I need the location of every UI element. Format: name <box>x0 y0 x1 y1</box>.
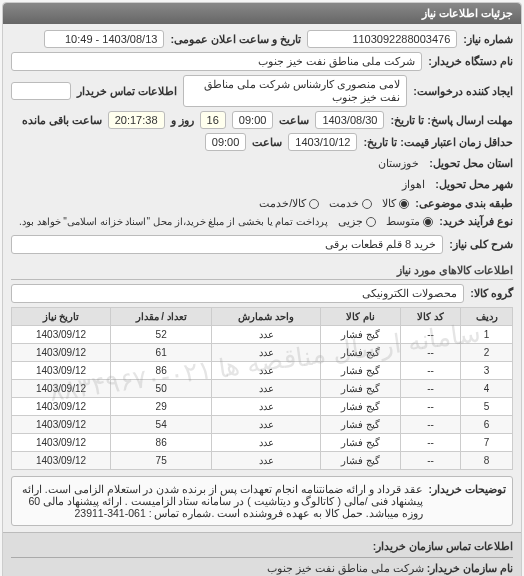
table-cell: 1403/09/12 <box>12 344 111 362</box>
contact-value <box>11 82 71 100</box>
table-cell: 3 <box>461 362 513 380</box>
process-option-label: جزیی <box>338 215 363 228</box>
table-header-cell: تاریخ نیاز <box>12 308 111 326</box>
contact-label: اطلاعات تماس خریدار <box>77 85 177 98</box>
table-cell: 1403/09/12 <box>12 416 111 434</box>
table-cell: -- <box>401 452 461 470</box>
deadline-send-date: 1403/08/30 <box>315 111 384 129</box>
table-cell: 86 <box>111 362 212 380</box>
table-cell: عدد <box>212 452 321 470</box>
process-label: نوع فرآیند خرید: <box>439 215 513 228</box>
deadline-send-time-label: ساعت <box>279 114 309 127</box>
items-table-wrap: سامانه ارسال مناقصه ها ۰۲۱-۸۸۳۴۹۶۷۰ ردیف… <box>11 307 513 470</box>
validity-date: 1403/10/12 <box>288 133 357 151</box>
req-no-value: 1103092288003476 <box>307 30 457 48</box>
table-row: 7--گیج فشارعدد861403/09/12 <box>12 434 513 452</box>
table-cell: گیج فشار <box>320 416 400 434</box>
radio-icon <box>309 199 319 209</box>
days-remaining: 16 <box>200 111 226 129</box>
footer-org: شرکت ملی مناطق نفت خیز جنوب <box>267 562 424 574</box>
table-cell: عدد <box>212 344 321 362</box>
table-cell: 5 <box>461 398 513 416</box>
org-label: نام دستگاه خریدار: <box>428 55 513 68</box>
footer-org-label: نام سازمان خریدار: <box>427 562 513 574</box>
province-value: خوزستان <box>374 155 423 172</box>
table-cell: 2 <box>461 344 513 362</box>
table-cell: 1403/09/12 <box>12 434 111 452</box>
process-note: پرداخت تمام یا بخشی از مبلغ خرید،از محل … <box>15 214 332 229</box>
buyer-note-text: عقد قرداد و ارائه ضمانتنامه انجام تعهدات… <box>18 483 423 519</box>
group-label: گروه کالا: <box>470 287 513 300</box>
table-header-cell: تعداد / مقدار <box>111 308 212 326</box>
buyer-note-label: توضیحات خریدار: <box>429 483 506 519</box>
table-cell: عدد <box>212 326 321 344</box>
table-cell: عدد <box>212 380 321 398</box>
table-row: 8--گیج فشارعدد751403/09/12 <box>12 452 513 470</box>
days-remaining-label: روز و <box>171 114 194 127</box>
table-cell: گیج فشار <box>320 398 400 416</box>
table-cell: گیج فشار <box>320 380 400 398</box>
buyer-note: توضیحات خریدار: عقد قرداد و ارائه ضمانتن… <box>11 476 513 526</box>
classify-option-label: کالا/خدمت <box>259 197 306 210</box>
table-cell: -- <box>401 344 461 362</box>
table-cell: 1403/09/12 <box>12 326 111 344</box>
req-no-label: شماره نیاز: <box>463 33 513 46</box>
table-cell: گیج فشار <box>320 326 400 344</box>
table-cell: 29 <box>111 398 212 416</box>
table-cell: -- <box>401 380 461 398</box>
footer-title: اطلاعات تماس سازمان خریدار: <box>11 539 513 558</box>
table-cell: 50 <box>111 380 212 398</box>
province-label: استان محل تحویل: <box>429 157 513 170</box>
pub-time-label: تاریخ و ساعت اعلان عمومی: <box>170 33 301 46</box>
table-cell: عدد <box>212 398 321 416</box>
classify-option-1[interactable]: خدمت <box>329 197 372 210</box>
table-cell: گیج فشار <box>320 452 400 470</box>
classify-option-label: خدمت <box>329 197 359 210</box>
table-cell: -- <box>401 398 461 416</box>
table-row: 4--گیج فشارعدد501403/09/12 <box>12 380 513 398</box>
pub-time-value: 1403/08/13 - 10:49 <box>44 30 164 48</box>
table-cell: -- <box>401 416 461 434</box>
classify-radio-group: کالا خدمت کالا/خدمت <box>259 197 409 210</box>
items-table: ردیفکد کالانام کالاواحد شمارشتعداد / مقد… <box>11 307 513 470</box>
validity-time-label: ساعت <box>252 136 282 149</box>
table-row: 5--گیج فشارعدد291403/09/12 <box>12 398 513 416</box>
classify-option-label: کالا <box>382 197 396 210</box>
table-cell: 75 <box>111 452 212 470</box>
table-cell: 1 <box>461 326 513 344</box>
process-option-0[interactable]: متوسط <box>386 215 433 228</box>
table-header-cell: کد کالا <box>401 308 461 326</box>
validity-time: 09:00 <box>205 133 247 151</box>
table-cell: 8 <box>461 452 513 470</box>
table-row: 3--گیج فشارعدد861403/09/12 <box>12 362 513 380</box>
validity-label: حداقل زمان اعتبار قیمت: تا تاریخ: <box>363 136 513 149</box>
table-cell: گیج فشار <box>320 344 400 362</box>
process-option-label: متوسط <box>386 215 420 228</box>
radio-icon <box>362 199 372 209</box>
deadline-send-time: 09:00 <box>232 111 274 129</box>
table-header-cell: ردیف <box>461 308 513 326</box>
classify-option-2[interactable]: کالا/خدمت <box>259 197 319 210</box>
time-remaining: 20:17:38 <box>108 111 165 129</box>
table-header-cell: نام کالا <box>320 308 400 326</box>
city-label: شهر محل تحویل: <box>435 178 513 191</box>
panel-title: جزئیات اطلاعات نیاز <box>3 3 521 24</box>
time-remaining-label: ساعت باقی مانده <box>22 114 102 127</box>
classify-option-0[interactable]: کالا <box>382 197 409 210</box>
table-row: 6--گیج فشارعدد541403/09/12 <box>12 416 513 434</box>
table-cell: 1403/09/12 <box>12 452 111 470</box>
items-header: اطلاعات کالاهای مورد نیاز <box>11 260 513 280</box>
table-row: 2--گیج فشارعدد611403/09/12 <box>12 344 513 362</box>
footer: اطلاعات تماس سازمان خریدار: نام سازمان خ… <box>3 532 521 576</box>
process-option-1[interactable]: جزیی <box>338 215 376 228</box>
radio-icon <box>366 217 376 227</box>
group-value: محصولات الکترونیکی <box>11 284 464 303</box>
table-cell: 61 <box>111 344 212 362</box>
table-cell: 86 <box>111 434 212 452</box>
details-panel: جزئیات اطلاعات نیاز شماره نیاز: 11030922… <box>2 2 522 576</box>
requester-label: ایجاد کننده درخواست: <box>413 85 513 98</box>
table-cell: 1403/09/12 <box>12 398 111 416</box>
desc-value: خرید 8 قلم قطعات برقی <box>11 235 443 254</box>
table-cell: عدد <box>212 362 321 380</box>
radio-icon <box>399 199 409 209</box>
